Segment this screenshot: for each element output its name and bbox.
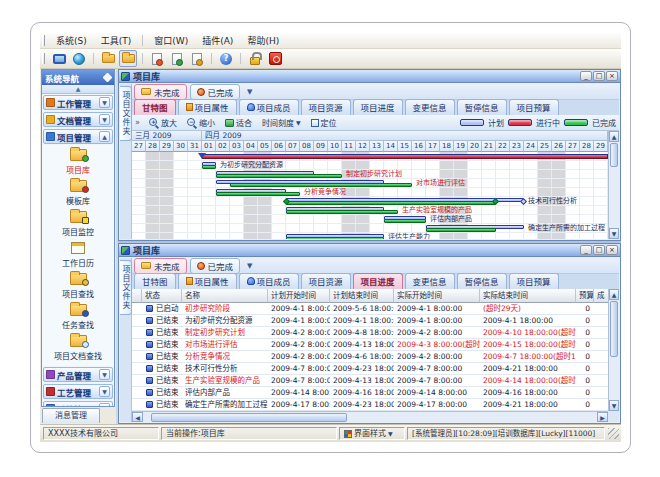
toolbar-internet-icon[interactable] <box>70 50 88 67</box>
actual-bar[interactable] <box>286 237 384 239</box>
locate-button[interactable]: 定位 <box>307 116 341 129</box>
tab-members[interactable]: 项目成员 <box>239 99 299 115</box>
actual-bar[interactable] <box>216 174 342 178</box>
toolbar-exit-icon[interactable] <box>266 50 284 67</box>
folder-tab-unfinished[interactable]: 未完成 <box>134 84 187 100</box>
minimize-button[interactable]: _ <box>580 245 592 255</box>
scroll-down-icon[interactable]: ▼ <box>609 228 619 239</box>
sidebar-section-project[interactable]: 项目管理▲ <box>43 129 113 144</box>
tab-properties[interactable]: 项目属性 <box>178 99 237 115</box>
gantt-vertical-scrollbar[interactable]: ▲ ▼ <box>608 131 619 239</box>
sidebar-item-work-calendar[interactable]: 工作日历 <box>43 240 113 268</box>
chevron-down-icon[interactable]: ▼ <box>99 369 110 380</box>
table-row[interactable]: 已结束对市场进行评估2009-4-2 8:00:002009-4-13 18:0… <box>132 339 608 351</box>
scroll-right-icon[interactable]: ▶ <box>597 412 608 422</box>
scrollbar-thumb[interactable] <box>610 301 618 357</box>
tab-budget[interactable]: 项目预算 <box>509 273 559 289</box>
chevron-down-icon[interactable]: ▼ <box>99 403 110 406</box>
zoom-out-button[interactable]: −缩小 <box>183 116 219 129</box>
folder-tab-finished[interactable]: 已完成 <box>190 84 241 100</box>
sidebar-section-work[interactable]: 工作管理▼ <box>43 95 113 110</box>
chevron-down-icon[interactable]: ▼ <box>99 114 110 125</box>
table-row[interactable]: 已结束确定生产所需的加工过程2009-4-17 8:00:002009-4-23… <box>132 399 608 411</box>
column-header[interactable]: 名称 <box>182 289 268 303</box>
actual-bar[interactable] <box>216 192 300 196</box>
sidebar-section-system-mgmt[interactable]: 系统管理▼ <box>43 401 113 406</box>
tab-gantt[interactable]: 甘特图 <box>134 273 176 289</box>
tab-resources[interactable]: 项目资源 <box>301 99 351 115</box>
tab-resources[interactable]: 项目资源 <box>301 273 351 289</box>
folder-tab-unfinished[interactable]: 未完成 <box>134 258 187 274</box>
toolbar-overflow-icon[interactable]: » <box>135 118 140 127</box>
toolbar-mail-3-icon[interactable] <box>188 50 206 67</box>
tab-pauses[interactable]: 暂停信息 <box>457 273 507 289</box>
in-progress-summary-bar[interactable] <box>202 154 608 159</box>
scrollbar-thumb[interactable] <box>610 143 618 167</box>
tab-progress[interactable]: 项目进度 <box>353 273 403 289</box>
table-row[interactable]: 已结束分析竞争情况2009-4-2 8:00:002009-4-6 18:00:… <box>132 351 608 363</box>
menu-system[interactable]: 系统(S) <box>49 33 94 48</box>
window-titlebar[interactable]: 项目库 _ □ × <box>119 244 620 257</box>
table-vertical-scrollbar[interactable]: ▲ ▼ <box>608 289 619 411</box>
chevron-down-icon[interactable]: ▼ <box>99 97 110 108</box>
pin-icon[interactable] <box>103 73 113 83</box>
actual-bar[interactable] <box>286 210 398 214</box>
sidebar-section-process[interactable]: 工艺管理▼ <box>43 384 113 399</box>
table-row[interactable]: 已启动初步研究阶段2009-4-1 8:00:002009-5-6 18:00:… <box>132 303 608 315</box>
sidebar-section-document[interactable]: 文档管理▼ <box>43 112 113 127</box>
resize-grip[interactable] <box>608 428 619 439</box>
interface-style-button[interactable]: 界面样式 ▼ <box>339 427 405 440</box>
sidebar-item-project-monitor[interactable]: 项目监控 <box>43 209 113 237</box>
side-tab-project-folder[interactable]: 项目文件夹 <box>120 86 132 141</box>
maximize-button[interactable]: □ <box>593 245 605 255</box>
menu-window[interactable]: 窗口(W) <box>147 33 195 48</box>
tab-changes[interactable]: 变更信息 <box>405 99 455 115</box>
actual-bar[interactable] <box>426 228 496 232</box>
scroll-left-icon[interactable]: ◀ <box>132 412 143 422</box>
tab-budget[interactable]: 项目预算 <box>509 99 559 115</box>
toolbar-folder-open-icon[interactable] <box>119 50 137 67</box>
table-row[interactable]: 已结束制定初步研究计划2009-4-2 8:00:002009-4-8 18:0… <box>132 327 608 339</box>
toolbar-mail-2-icon[interactable] <box>168 50 186 67</box>
toolbar-help-icon[interactable] <box>217 50 235 67</box>
sidebar-item-project-doc-search[interactable]: 项目文档查找 <box>43 333 113 361</box>
maximize-button[interactable]: □ <box>593 71 605 81</box>
scroll-down-icon[interactable]: ▼ <box>609 400 619 411</box>
menubar-grip[interactable] <box>42 35 45 46</box>
folder-tabs-overflow-icon[interactable]: ▼ <box>243 262 256 270</box>
close-button[interactable]: × <box>606 71 618 81</box>
zoom-in-button[interactable]: +放大 <box>145 116 181 129</box>
sidebar-item-task-search[interactable]: 任务查找 <box>43 302 113 330</box>
column-header[interactable]: 预算 <box>576 289 594 303</box>
scrollbar-thumb[interactable] <box>151 413 347 422</box>
sidebar-collapse-button[interactable]: ▲ <box>42 85 114 94</box>
actual-bar[interactable] <box>286 201 496 205</box>
tab-message-management[interactable]: 消息管理 <box>42 408 100 423</box>
table-row[interactable]: 已结束评估内部产品2009-4-14 8:00:002009-4-16 18:0… <box>132 387 608 399</box>
tab-properties[interactable]: 项目属性 <box>178 273 237 289</box>
minimize-button[interactable]: _ <box>580 71 592 81</box>
column-header[interactable]: 状态 <box>142 289 182 303</box>
fit-button[interactable]: 适合 <box>221 116 256 129</box>
actual-bar[interactable] <box>202 165 216 169</box>
column-header[interactable]: 计划开始时间 <box>268 289 330 303</box>
close-button[interactable]: × <box>606 245 618 255</box>
table-row[interactable]: 已结束技术可行性分析2009-4-7 8:00:002009-4-23 18:0… <box>132 363 608 375</box>
sidebar-item-template-library[interactable]: 模板库 <box>43 178 113 206</box>
time-scale-button[interactable]: 时间刻度▼ <box>258 116 305 129</box>
sidebar-item-project-search[interactable]: 项目查找 <box>43 271 113 299</box>
toolbar-computer-icon[interactable] <box>50 50 68 67</box>
column-header[interactable]: 实际开始时间 <box>394 289 480 303</box>
scroll-up-icon[interactable]: ▲ <box>609 289 619 300</box>
table-row[interactable]: 已结束为初步研究分配资源2009-4-1 8:00:002009-4-1 18:… <box>132 315 608 327</box>
menu-tools[interactable]: 工具(T) <box>94 33 139 48</box>
table-horizontal-scrollbar[interactable]: ◀ ▶ <box>132 411 608 422</box>
tab-members[interactable]: 项目成员 <box>239 273 299 289</box>
sidebar-section-product[interactable]: 产品管理▼ <box>43 367 113 382</box>
tab-pauses[interactable]: 暂停信息 <box>457 99 507 115</box>
tab-gantt[interactable]: 甘特图 <box>134 99 176 115</box>
toolbar-mail-1-icon[interactable] <box>148 50 166 67</box>
toolbar-folder-icon[interactable] <box>99 50 117 67</box>
column-header[interactable]: 成 <box>594 289 609 303</box>
column-header[interactable]: 实际结束时间 <box>480 289 576 303</box>
